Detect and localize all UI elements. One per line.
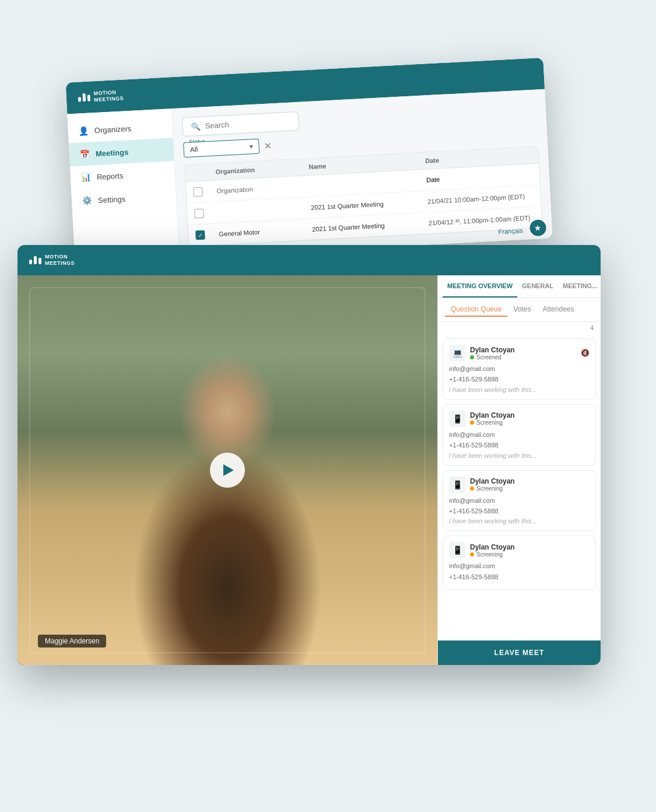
search-input[interactable]	[205, 117, 290, 131]
card-person: Dylan Ctoyan Screened	[470, 346, 576, 360]
questions-list: 💻 Dylan Ctoyan Screened 🔇 info@gmail.com…	[438, 334, 601, 640]
back-window: MOTION MEETINGS 👤 Organizers 📅 Meetings …	[65, 58, 552, 263]
status-dot: Screened	[470, 354, 576, 360]
logo-bars-icon	[78, 93, 90, 102]
col-organization: Organization	[215, 163, 308, 175]
cell-date: Date	[426, 170, 543, 183]
search-icon: 🔍	[191, 122, 201, 131]
status-dot: Screening	[470, 419, 590, 426]
tab-votes[interactable]: Votes	[507, 303, 536, 317]
mobile-icon: 📱	[449, 411, 465, 427]
card-header: 📱 Dylan Ctoyan Screening	[449, 411, 590, 427]
right-panel: MEETING OVERVIEW GENERAL MEETING... Ques…	[437, 275, 601, 665]
mute-icon: 🔇	[581, 349, 590, 357]
main-content: 🔍 Status All ▼ ✕ Organization Name Date …	[172, 89, 553, 258]
reports-icon: 📊	[81, 173, 92, 183]
person-name: Dylan Ctoyan	[470, 543, 590, 551]
meetings-icon: 📅	[79, 149, 90, 159]
status-filter-container: Status All ▼	[183, 138, 259, 158]
cell-name: 2021 1st Quarter Meeting	[312, 219, 429, 232]
card-email: info@gmail.com	[449, 430, 590, 439]
person-name: Dylan Ctoyan	[470, 411, 590, 419]
attendee-count: 4	[438, 322, 601, 334]
row-checkbox[interactable]	[194, 209, 204, 219]
star-badge: ★	[529, 219, 546, 236]
status-indicator	[470, 421, 474, 425]
card-header: 📱 Dylan Ctoyan Screening	[449, 542, 590, 558]
meetings-table: Organization Name Date Attend Organizati…	[184, 146, 543, 247]
cell-organization: General Motor	[219, 226, 312, 237]
sidebar: 👤 Organizers 📅 Meetings 📊 Reports ⚙️ Set…	[67, 108, 180, 263]
tab-attendees[interactable]: Attendees	[536, 303, 580, 317]
card-person: Dylan Ctoyan Screening	[470, 477, 590, 492]
logo-text: MOTION MEETINGS	[93, 89, 124, 103]
col-date: Date	[425, 150, 543, 164]
chevron-down-icon: ▼	[248, 143, 254, 150]
card-person: Dylan Ctoyan Screening	[470, 543, 590, 558]
tab-meeting-overview[interactable]: MEETING OVERVIEW	[443, 275, 517, 298]
col-name: Name	[308, 158, 425, 170]
front-window-header: MOTION MEETINGS	[17, 245, 601, 275]
question-card[interactable]: 📱 Dylan Ctoyan Screening info@gmail.com …	[443, 470, 596, 531]
logo-text: MOTION MEETINGS	[45, 254, 75, 267]
question-card[interactable]: 💻 Dylan Ctoyan Screened 🔇 info@gmail.com…	[443, 338, 596, 400]
panel-tabs: MEETING OVERVIEW GENERAL MEETING...	[438, 275, 601, 298]
card-message: I have been working with this...	[449, 452, 590, 459]
question-tabs: Question Queue Votes Attendees	[438, 298, 601, 322]
tab-question-queue[interactable]: Question Queue	[445, 303, 507, 317]
card-email: info@gmail.com	[449, 562, 590, 570]
cell-organization: Organization	[216, 183, 310, 194]
person-name: Dylan Ctoyan	[470, 477, 590, 485]
row-checkbox[interactable]	[193, 187, 203, 197]
card-phone: +1-416-529-5888	[449, 507, 590, 516]
question-card[interactable]: 📱 Dylan Ctoyan Screening info@gmail.com …	[443, 404, 596, 466]
sidebar-item-settings[interactable]: ⚙️ Settings	[71, 184, 177, 213]
status-select[interactable]: All ▼	[183, 138, 259, 158]
logo: MOTION MEETINGS	[29, 254, 75, 267]
cell-date: 21/04/21 10:00am-12:00pm (EDT)	[427, 191, 543, 205]
language-button[interactable]: Français	[498, 227, 523, 235]
cell-name	[310, 180, 426, 186]
mobile-icon: 📱	[449, 542, 465, 558]
question-card[interactable]: 📱 Dylan Ctoyan Screening info@gmail.com …	[443, 536, 596, 590]
card-email: info@gmail.com	[449, 365, 590, 373]
card-person: Dylan Ctoyan Screening	[470, 411, 590, 426]
card-message: I have been working with this...	[449, 517, 590, 524]
status-dot: Screening	[470, 551, 590, 558]
card-email: info@gmail.com	[449, 496, 590, 505]
logo-bars-icon	[29, 256, 41, 264]
card-phone: +1-416-529-5888	[449, 375, 590, 384]
card-header: 💻 Dylan Ctoyan Screened 🔇	[449, 345, 590, 361]
status-indicator	[470, 552, 474, 556]
status-dot: Screening	[470, 485, 590, 492]
status-indicator	[470, 355, 474, 359]
search-bar[interactable]: 🔍	[182, 111, 299, 136]
video-panel: Maggie Andersen	[17, 275, 437, 665]
row-checkbox-checked[interactable]: ✓	[195, 230, 205, 240]
cell-name: 2021 1st Quarter Meeting	[311, 198, 427, 211]
mobile-icon: 📱	[449, 477, 465, 493]
leave-meeting-button[interactable]: LEAVE MEET	[438, 640, 601, 665]
play-button[interactable]	[210, 453, 245, 488]
meeting-layout: Maggie Andersen MEETING OVERVIEW GENERAL…	[17, 275, 601, 665]
card-phone: +1-416-529-5888	[449, 573, 590, 582]
organizers-icon: 👤	[78, 126, 89, 136]
presenter-name-tag: Maggie Andersen	[38, 635, 106, 648]
person-name: Dylan Ctoyan	[470, 346, 576, 354]
card-message: I have been working with this...	[449, 386, 590, 393]
front-window: MOTION MEETINGS Maggie Andersen MEETING …	[17, 245, 601, 665]
cell-organization	[218, 208, 311, 212]
card-header: 📱 Dylan Ctoyan Screening	[449, 477, 590, 493]
status-indicator	[470, 487, 474, 491]
cell-date: 21/04/12 ³³, 11:00pm-1:00am (EDT)	[429, 213, 543, 226]
card-phone: +1-416-529-5888	[449, 441, 590, 450]
settings-icon: ⚙️	[82, 196, 93, 206]
tab-general[interactable]: GENERAL	[517, 275, 558, 298]
laptop-icon: 💻	[449, 345, 465, 361]
col-checkbox	[192, 168, 216, 176]
logo: MOTION MEETINGS	[78, 89, 124, 104]
close-filter-button[interactable]: ✕	[264, 140, 272, 152]
tab-meeting[interactable]: MEETING...	[558, 275, 601, 298]
